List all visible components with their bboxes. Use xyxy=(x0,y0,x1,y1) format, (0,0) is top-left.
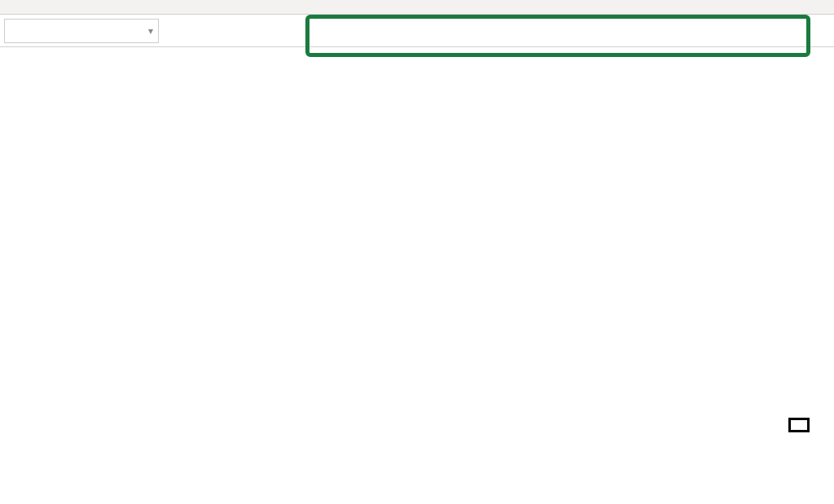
ribbon-group-labels xyxy=(0,0,834,15)
formula-bar-row: ▾ xyxy=(0,15,834,47)
name-box[interactable]: ▾ xyxy=(4,19,159,43)
formula-input[interactable] xyxy=(217,15,834,46)
watermark-logo xyxy=(788,418,810,432)
chevron-down-icon[interactable]: ▾ xyxy=(148,25,153,37)
